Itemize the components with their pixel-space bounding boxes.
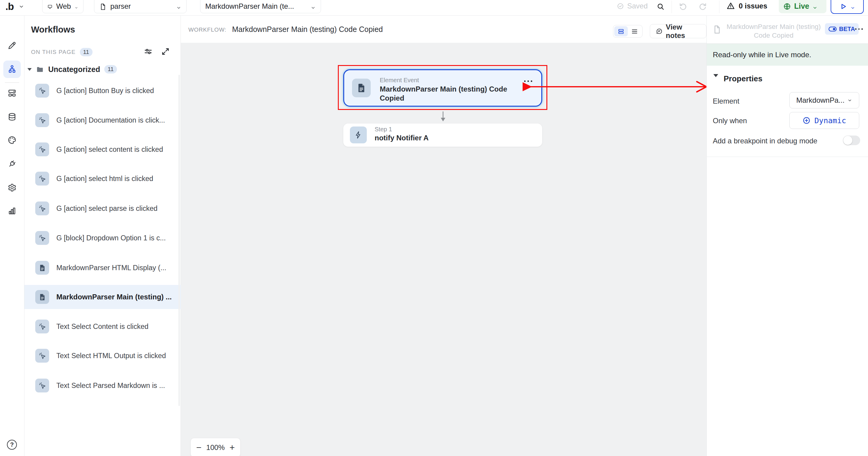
workflow-canvas[interactable]: Element Event MarkdownParser Main (testi…: [181, 43, 707, 456]
workflow-list-item[interactable]: G [block] Dropdown Option 1 is c...: [24, 226, 181, 250]
chevron-down-icon: [310, 5, 316, 10]
workflow-title: MarkdownParser Main (testing) Code Copie…: [232, 25, 383, 34]
logo-menu-chevron-icon[interactable]: [19, 4, 24, 10]
workflow-list-item[interactable]: G [action] select parse is clicked: [24, 196, 181, 221]
breakpoint-label: Add a breakpoint in debug mode: [713, 137, 833, 145]
workflow-item-label: G [action] select content is clicked: [56, 145, 163, 154]
workflows-panel: Workflows ON THIS PAGE 11 Uncategorized …: [24, 16, 181, 456]
step-node[interactable]: Step 1 notify Notifier A: [343, 124, 542, 147]
settings-gear-icon[interactable]: [7, 183, 17, 192]
on-this-page-section: ON THIS PAGE 11: [31, 47, 93, 57]
chevron-down-icon: [812, 5, 818, 10]
workflow-list-item[interactable]: G [action] select content is clicked: [24, 137, 181, 161]
divider: [5, 82, 19, 83]
zoom-out-button[interactable]: −: [196, 443, 202, 452]
cursor-click-icon: [35, 201, 49, 215]
workflow-tab-active[interactable]: [3, 61, 21, 78]
breakpoint-toggle[interactable]: [843, 135, 860, 145]
red-arrowhead-icon: [697, 82, 707, 92]
environment-label: Live: [794, 2, 809, 10]
properties-panel: MarkdownParser Main (testing) Code Copie…: [707, 16, 868, 456]
preview-run-button[interactable]: [831, 0, 864, 14]
toggle-on-icon: [829, 27, 837, 32]
workflow-list-item[interactable]: G [action] select html is clicked: [24, 167, 181, 191]
filter-sliders-icon[interactable]: [144, 47, 153, 56]
element-field-label: Element: [713, 97, 739, 105]
panel-title: Workflows: [31, 25, 75, 35]
expand-panel-icon[interactable]: [161, 47, 170, 56]
workflow-select-dropdown[interactable]: MarkdownParser Main (te...: [200, 0, 321, 13]
database-icon[interactable]: [7, 112, 17, 121]
scrollbar[interactable]: [179, 75, 180, 406]
workflow-item-label: G [action] select html is clicked: [56, 175, 153, 183]
folder-count-badge: 11: [104, 65, 117, 73]
event-node-title: MarkdownParser Main (testing) Code Copie…: [380, 85, 521, 103]
plugins-plug-icon[interactable]: [6, 158, 19, 170]
platform-dropdown[interactable]: Web: [42, 0, 84, 13]
dynamic-value-label: Dynamic: [814, 116, 846, 125]
workflow-list-item[interactable]: MarkdownParser HTML Display (...: [24, 256, 181, 280]
event-node[interactable]: Element Event MarkdownParser Main (testi…: [343, 69, 542, 107]
play-icon: [839, 2, 847, 10]
styles-palette-icon[interactable]: [7, 135, 17, 144]
workflow-list-item[interactable]: Text Select Content is clicked: [24, 315, 181, 338]
help-button[interactable]: ?: [7, 440, 17, 450]
folder-row-uncategorized[interactable]: Uncategorized 11: [24, 63, 181, 76]
beta-badge[interactable]: BETA: [825, 23, 859, 35]
platform-dropdown-label: Web: [56, 2, 71, 10]
redo-icon[interactable]: [699, 2, 707, 11]
workflow-list-item[interactable]: Text Select HTML Output is clicked: [24, 344, 181, 368]
readonly-notice-text: Read-only while in Live mode.: [713, 51, 811, 59]
workflow-item-label: Text Select HTML Output is clicked: [56, 352, 166, 360]
list-view-button[interactable]: [628, 26, 641, 36]
page-dropdown[interactable]: parser: [94, 0, 187, 13]
top-header: .b Web parser MarkdownParser Main (te...…: [0, 0, 868, 16]
cursor-click-icon: [35, 84, 49, 98]
workflow-list-item[interactable]: G [action] Button Buy is clicked: [24, 78, 181, 103]
chevron-down-icon: [850, 5, 855, 10]
workflow-list-item-selected[interactable]: MarkdownParser Main (testing) ...: [24, 285, 181, 309]
cards-view-button[interactable]: [614, 26, 628, 36]
step-node-title: notify Notifier A: [375, 134, 429, 142]
page-icon: [99, 3, 107, 10]
save-status: Saved: [617, 2, 648, 10]
caret-down-icon[interactable]: [27, 68, 32, 71]
workflow-item-label: G [action] Button Buy is clicked: [56, 87, 154, 95]
only-when-dynamic-button[interactable]: Dynamic: [789, 112, 859, 129]
workflow-list-item[interactable]: G [action] Documentation is click...: [24, 108, 181, 132]
workflow-list-item[interactable]: Text Select Parsed Markdown is ...: [24, 373, 181, 398]
issues-button[interactable]: 0 issues: [726, 1, 767, 10]
workflow-item-label: G [action] Documentation is click...: [56, 116, 165, 124]
workflow-item-label: Text Select Parsed Markdown is ...: [56, 382, 165, 390]
logs-chart-icon[interactable]: [7, 206, 17, 215]
cards-view-icon: [618, 28, 624, 35]
undo-icon[interactable]: [679, 2, 687, 11]
left-nav-rail: ? O: [0, 16, 24, 456]
environment-dropdown[interactable]: Live: [779, 0, 827, 13]
event-node-kind: Element Event: [380, 77, 419, 84]
view-notes-button[interactable]: View notes: [650, 24, 707, 38]
section-collapse-control[interactable]: [713, 77, 718, 83]
more-options-icon[interactable]: [524, 80, 532, 82]
warning-triangle-icon: [726, 1, 735, 10]
document-icon: [35, 261, 49, 275]
element-dropdown[interactable]: MarkdownPa...: [789, 92, 859, 108]
chevron-down-icon: [176, 5, 181, 10]
search-icon[interactable]: [656, 2, 664, 10]
properties-section-title: Properties: [724, 74, 763, 84]
plus-circle-icon: [802, 116, 811, 125]
workflow-select-label: MarkdownParser Main (te...: [205, 2, 294, 10]
page-dropdown-label: parser: [110, 2, 131, 10]
bubble-logo[interactable]: .b: [5, 1, 13, 12]
zoom-level-value: 100%: [206, 443, 224, 452]
reusable-elements-icon[interactable]: [7, 89, 17, 98]
more-options-icon[interactable]: [855, 28, 863, 30]
toggle-knob: [843, 136, 852, 145]
globe-icon: [783, 2, 791, 10]
lightning-icon: [350, 127, 367, 143]
only-when-field-label: Only when: [713, 117, 747, 125]
bubble-editor: .b Web parser MarkdownParser Main (te...…: [0, 0, 868, 456]
zoom-in-button[interactable]: +: [229, 443, 235, 452]
design-pencil-icon[interactable]: [7, 41, 17, 50]
cursor-click-icon: [35, 320, 49, 333]
